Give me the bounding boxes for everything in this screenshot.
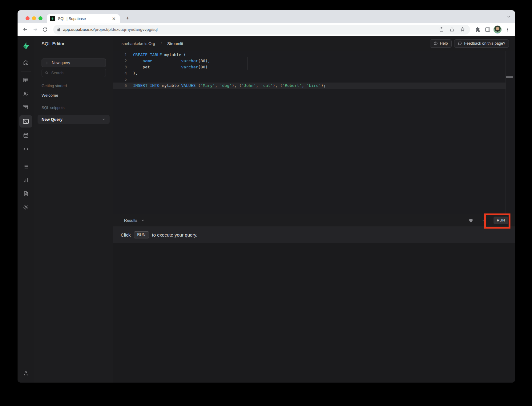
browser-menu-dots-icon[interactable] [503, 26, 511, 34]
panel-item-welcome[interactable]: Welcome [42, 93, 106, 98]
url-bar[interactable]: app.supabase.io/project/pldexcuqrnyedang… [53, 25, 470, 35]
text-cursor [326, 83, 326, 87]
browser-toolbar: app.supabase.io/project/pldexcuqrnyedang… [18, 23, 515, 36]
clipboard-icon[interactable] [437, 26, 445, 34]
main-area: snehankekre's Org / Streamlit Help Feedb… [113, 36, 515, 383]
line-number: 5 [113, 76, 127, 83]
tab-title: SQL | Supabase [58, 17, 108, 21]
run-hint-message: Click RUN to execute your query. [113, 226, 515, 243]
section-sql-snippets: SQL snippets [42, 106, 106, 110]
code-line[interactable]: 6INSERT INTO mytable VALUES ('Mary', 'do… [113, 83, 506, 89]
line-number: 3 [113, 64, 127, 70]
sidebar-item-settings[interactable] [20, 202, 32, 213]
results-bar: Results RUN [113, 214, 515, 226]
code-line[interactable]: 5 [113, 76, 506, 83]
breadcrumb-project[interactable]: Streamlit [167, 41, 183, 46]
breadcrumb: snehankekre's Org / Streamlit [122, 41, 183, 46]
panel-item-new-query[interactable]: New Query [38, 115, 110, 124]
window-controls [26, 16, 42, 20]
chat-bubble-icon [458, 41, 462, 46]
results-empty-area [113, 243, 515, 383]
extensions-puzzle-icon[interactable] [474, 26, 482, 34]
minimize-window-button[interactable] [32, 16, 36, 20]
run-kbd-badge: RUN [134, 231, 149, 238]
line-number: 1 [113, 52, 127, 58]
lock-icon [57, 27, 61, 32]
code-line[interactable]: 4); [113, 70, 506, 76]
sidebar-item-database[interactable] [20, 130, 32, 141]
browser-tab-strip: SQL | Supabase ✕ + [18, 10, 515, 23]
sidebar-item-docs[interactable] [20, 188, 32, 199]
reload-icon[interactable] [41, 26, 49, 34]
url-text: app.supabase.io/project/pldexcuqrnyedang… [63, 27, 435, 32]
bookmark-star-icon[interactable] [458, 26, 466, 34]
line-number: 2 [113, 58, 127, 64]
code-line[interactable]: 1CREATE TABLE mytable ( [113, 52, 506, 58]
line-number: 4 [113, 70, 127, 76]
tab-search-chevron-icon[interactable] [506, 14, 511, 19]
indent-guide [247, 57, 248, 70]
section-getting-started: Getting started [42, 84, 106, 88]
sidebar-item-table-editor[interactable] [20, 75, 32, 86]
supabase-logo[interactable] [20, 40, 32, 51]
results-dropdown[interactable]: Results [124, 218, 145, 223]
line-number: 6 [113, 83, 127, 89]
back-icon[interactable] [21, 26, 29, 34]
supabase-favicon [50, 16, 55, 21]
forward-icon[interactable] [31, 26, 39, 34]
chevron-down-icon [141, 218, 145, 222]
plus-icon [45, 61, 49, 65]
zoom-window-button[interactable] [38, 16, 42, 20]
cursor-position-marker [506, 76, 513, 78]
help-button[interactable]: Help [430, 39, 452, 48]
main-header: snehankekre's Org / Streamlit Help Feedb… [113, 36, 515, 51]
browser-window: SQL | Supabase ✕ + app.supabase.io/proje… [18, 10, 515, 383]
breadcrumb-separator: / [161, 41, 162, 46]
sql-code-editor[interactable]: 1CREATE TABLE mytable (2 name varchar(80… [113, 51, 515, 214]
new-tab-button[interactable]: + [124, 15, 131, 22]
search-input-wrap [42, 69, 106, 77]
sidebar-item-home[interactable] [20, 57, 32, 68]
chevron-down-icon[interactable] [482, 218, 486, 222]
feedback-button[interactable]: Feedback on this page? [454, 39, 509, 48]
breadcrumb-org[interactable]: snehankekre's Org [122, 41, 155, 46]
editor-scrollbar[interactable] [506, 51, 513, 214]
sidebar-item-storage[interactable] [20, 102, 32, 113]
sidebar-item-auth-users[interactable] [20, 88, 32, 99]
sidebar-item-account[interactable] [20, 368, 32, 379]
indent-guide [251, 57, 251, 70]
rail-divider [21, 158, 31, 158]
sidebar-item-sql-editor[interactable] [19, 115, 32, 128]
share-icon[interactable] [448, 26, 456, 34]
run-button[interactable]: RUN [494, 217, 508, 224]
tab-close-icon[interactable]: ✕ [111, 16, 117, 21]
sidebar-item-reports[interactable] [20, 175, 32, 186]
search-input[interactable] [51, 71, 103, 75]
side-panel-icon[interactable] [484, 26, 492, 34]
panel-title: SQL Editor [34, 36, 113, 51]
browser-profile-avatar[interactable] [494, 26, 502, 34]
code-lines: 1CREATE TABLE mytable (2 name varchar(80… [113, 52, 515, 89]
help-circle-icon [433, 41, 438, 46]
new-query-button[interactable]: New query [42, 59, 106, 67]
chevron-down-icon[interactable] [102, 117, 106, 121]
sidebar-item-logs-list[interactable] [20, 161, 32, 172]
favorite-heart-icon[interactable] [468, 218, 474, 223]
code-line[interactable]: 2 name varchar(80), [113, 58, 506, 64]
sidebar-item-api-code[interactable] [20, 144, 32, 155]
supabase-app: SQL Editor New query Getting started Wel… [18, 36, 515, 383]
rail-divider [21, 71, 31, 71]
sql-editor-panel: SQL Editor New query Getting started Wel… [34, 36, 113, 383]
close-window-button[interactable] [26, 16, 30, 20]
search-icon [45, 71, 49, 75]
code-line[interactable]: 3 pet varchar(80) [113, 64, 506, 70]
browser-tab[interactable]: SQL | Supabase ✕ [47, 14, 120, 23]
nav-rail [18, 36, 34, 383]
